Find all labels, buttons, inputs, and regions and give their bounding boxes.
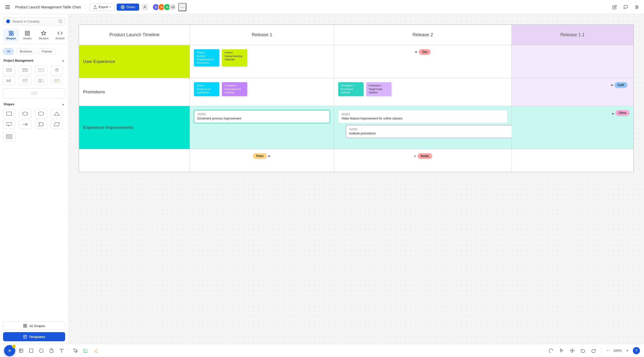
- svg-rect-24: [38, 68, 44, 72]
- frame-tool[interactable]: [17, 346, 25, 355]
- experience-release11-cell: ➤ Olina: [511, 106, 633, 149]
- svg-rect-16: [28, 31, 29, 33]
- search-bar[interactable]: [3, 17, 65, 25]
- search-input[interactable]: [12, 20, 56, 23]
- sticky-promo-4[interactable]: Campaign 2 Target head masters: [366, 82, 391, 96]
- triangle-shape[interactable]: [51, 109, 63, 118]
- nav-shapes[interactable]: Shapes: [3, 28, 19, 42]
- move-tool[interactable]: [568, 346, 577, 355]
- menu-button[interactable]: [3, 3, 12, 12]
- svg-rect-28: [7, 79, 8, 82]
- arrow-shape[interactable]: [19, 120, 31, 129]
- pm-shape-8[interactable]: [51, 76, 63, 85]
- zoom-divider: [601, 348, 601, 353]
- zoom-out-button[interactable]: −: [604, 347, 611, 354]
- nav-embed-label: Embed: [56, 37, 64, 40]
- shapes-section-label: Shapes: [4, 103, 14, 106]
- pen-tool[interactable]: [71, 346, 80, 355]
- ticket-institute[interactable]: #10001 Institute promotions: [346, 125, 515, 138]
- sticky-promo-3[interactable]: Campaign 1 Promotions students: [338, 82, 364, 96]
- pm-shape-3[interactable]: [35, 65, 47, 75]
- ticket-video[interactable]: #10001 Video feature improvement for onl…: [338, 110, 507, 123]
- pm-shape-1[interactable]: [3, 65, 15, 75]
- svg-rect-58: [24, 326, 25, 327]
- svg-rect-12: [9, 31, 11, 33]
- export-icon: [93, 5, 97, 9]
- add-icon: +: [8, 348, 11, 354]
- svg-rect-18: [28, 34, 29, 35]
- cursor-icon: ➤: [414, 49, 419, 55]
- sticky-promo-2[interactable]: Campaign 1 Promotions for institutes: [222, 82, 247, 96]
- sticky-tool[interactable]: [47, 346, 56, 355]
- zoom-in-button[interactable]: +: [624, 347, 631, 354]
- shapes-section: Shapes ▲: [0, 100, 68, 108]
- filter-all[interactable]: All: [3, 48, 14, 55]
- nav-shapes-label: Shapes: [6, 37, 16, 40]
- pm-shape-5[interactable]: [3, 76, 15, 85]
- svg-line-11: [61, 22, 62, 23]
- sticky-ux-2[interactable]: Feature Upload learning materials: [222, 49, 247, 66]
- rect-tool[interactable]: [27, 346, 35, 355]
- shapes-collapse-icon[interactable]: ▲: [62, 103, 65, 106]
- sticky-ux-1-text: Student Registrations & Enrolments: [196, 55, 217, 64]
- promotions-release11-cell: ➤ Kalif: [511, 78, 633, 106]
- highlighter-tool[interactable]: [92, 346, 100, 355]
- experience-label: Experience Improvements: [83, 125, 133, 130]
- project-management-shapes: [0, 64, 68, 87]
- ellipse-shape[interactable]: [19, 109, 31, 118]
- filter-frames[interactable]: Frames: [38, 48, 56, 55]
- globe-icon: [121, 5, 125, 9]
- header-release11-label: Release 1.1: [560, 32, 585, 37]
- settings-icon-button[interactable]: [633, 3, 641, 11]
- sticky-ux-1[interactable]: Feature Student Registrations & Enrolmen…: [194, 49, 219, 66]
- svg-point-13: [11, 31, 13, 33]
- undo-button[interactable]: [579, 346, 587, 355]
- templates-button[interactable]: Templates: [3, 332, 65, 341]
- share-button[interactable]: Share: [117, 4, 139, 11]
- export-button[interactable]: Export ▾: [89, 3, 115, 11]
- header-release1: Release 1: [190, 25, 334, 45]
- pm-shape-7[interactable]: [35, 76, 47, 85]
- sticky-promo-1[interactable]: Teaser Emails & pre registration: [194, 82, 219, 96]
- pm-shape-6[interactable]: [19, 76, 31, 85]
- canvas-area[interactable]: Product Launch Timeline Release 1 Releas…: [68, 14, 644, 344]
- table-shape[interactable]: [3, 88, 65, 98]
- speech-bubble-shape[interactable]: [3, 120, 15, 129]
- lasso-tool[interactable]: [547, 346, 555, 355]
- sticky-promo-2-text: Promotions for institutes: [224, 88, 245, 94]
- redo-button[interactable]: [589, 346, 598, 355]
- olina-bubble: Olina: [616, 110, 629, 116]
- comment-icon-button[interactable]: [622, 3, 630, 11]
- add-button[interactable]: + ✦: [4, 345, 15, 356]
- nav-stickers[interactable]: Stickers: [35, 28, 51, 42]
- cursor-kalif-icon: ➤: [611, 83, 614, 87]
- main-layout: Shapes Assets Stickers Embed: [0, 14, 644, 344]
- filter-business[interactable]: Business: [16, 48, 36, 55]
- chevron-down-icon: ▾: [110, 6, 111, 8]
- sticky-ux-2-text: Upload learning materials: [224, 55, 245, 61]
- collapse-icon[interactable]: ▲: [62, 59, 65, 62]
- ticket-enrolment[interactable]: #10001 Enrolment process improvement: [194, 110, 330, 123]
- nav-assets[interactable]: Assets: [20, 28, 34, 42]
- marker-tool[interactable]: [81, 346, 90, 355]
- all-shapes-button[interactable]: All Shapes: [3, 321, 65, 330]
- collaborator-icon[interactable]: [141, 4, 148, 11]
- creately-logo: [6, 19, 10, 24]
- text-tool[interactable]: [57, 346, 66, 355]
- pointer-tool[interactable]: [557, 346, 566, 355]
- cursor-olina-icon: ➤: [612, 112, 615, 116]
- rounded-rect-tool[interactable]: [37, 346, 46, 355]
- nav-embed[interactable]: Embed: [52, 28, 67, 42]
- help-button[interactable]: ?: [633, 347, 640, 354]
- more-options-button[interactable]: ⋯: [178, 3, 186, 11]
- pm-shape-4[interactable]: [51, 65, 63, 75]
- edit-icon-button[interactable]: [611, 3, 619, 11]
- rounded-rect-shape[interactable]: [35, 109, 47, 118]
- parallelogram-shape[interactable]: [51, 120, 63, 129]
- svg-rect-51: [6, 134, 12, 139]
- pm-shape-2[interactable]: [19, 65, 31, 75]
- sticky-promo-3-tag: Campaign 1: [341, 84, 361, 87]
- chevron-shape[interactable]: [35, 120, 47, 129]
- table-shape-2[interactable]: [3, 132, 15, 141]
- rect-shape[interactable]: [3, 109, 15, 118]
